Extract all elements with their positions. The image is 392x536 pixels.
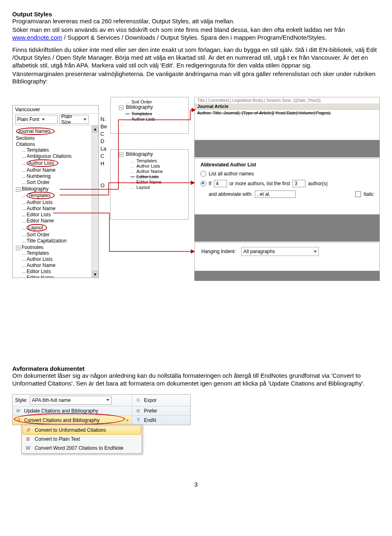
- style-label: Style:: [15, 397, 27, 403]
- menu-item-word2007[interactable]: W Convert Word 2007 Citations to EndNote: [22, 444, 141, 453]
- export-icon: ⎘: [135, 397, 141, 404]
- radio-if-more[interactable]: [200, 181, 206, 186]
- paragraph: Om dokumentet låser sig av någon anledni…: [12, 372, 380, 388]
- tree-group-footnotes[interactable]: –Footnotes Templates Author Lists Author…: [16, 244, 98, 278]
- page-number: 3: [12, 481, 380, 488]
- abbreviated-author-panel: Abbreviated Author List List all author …: [194, 158, 380, 215]
- tree-item[interactable]: Sort Order: [22, 179, 98, 186]
- style-tree-panel: Vancouver Plain Font Plain Size ▴ ▾ Jour…: [12, 105, 99, 278]
- tree-item[interactable]: Editor Lists: [22, 212, 98, 218]
- convert-icon: ↺: [15, 417, 22, 424]
- text: / Support & Services / Downloads / Outpu…: [62, 34, 327, 41]
- tree-item[interactable]: Author Name: [22, 206, 98, 212]
- checkbox-label: Italic: [363, 191, 374, 197]
- paragraph: Söker man en stil som används av en viss…: [12, 26, 380, 42]
- convert-icon: ↺: [25, 427, 31, 433]
- text: Söker man en stil som används av en viss…: [12, 26, 345, 33]
- hanging-indent-combo[interactable]: All paragraphs: [241, 247, 319, 256]
- tree-item[interactable]: Author Lists: [113, 116, 186, 121]
- ribbon: Style: APA 6th-full name ⎘ Expor ⟳ Updat…: [12, 394, 191, 425]
- menu-item-plain-text[interactable]: 🗎 Convert to Plain Text: [22, 435, 141, 444]
- font-combo[interactable]: Plain Font: [15, 115, 58, 124]
- collapse-icon[interactable]: –: [16, 246, 20, 250]
- hanging-indent-panel: Hanging Indent: All paragraphs: [194, 242, 380, 271]
- template-text[interactable]: Author.·Title.·Journal|.·[Type·of·Articl…: [195, 110, 379, 116]
- text: Programvaran levereras med ca 260 refere…: [12, 18, 234, 25]
- tree-item[interactable]: Sort Order: [22, 232, 98, 238]
- style-combo[interactable]: APA 6th-full name: [30, 396, 111, 405]
- radio-list-all[interactable]: [200, 171, 206, 177]
- tree-item[interactable]: Editor Name: [113, 179, 186, 184]
- tree-item[interactable]: Author Lists: [22, 256, 98, 262]
- author-threshold-input[interactable]: 4: [214, 180, 227, 187]
- tree-item[interactable]: Layout: [113, 184, 186, 190]
- heading-avformatera: Avformatera dokumentet: [12, 365, 380, 372]
- tree-item[interactable]: Author Lists: [113, 163, 186, 168]
- font-combo-value: Plain Font: [17, 117, 39, 122]
- tree-item[interactable]: Templates: [113, 158, 186, 163]
- tree-item[interactable]: Sections: [16, 135, 98, 141]
- size-combo-value: Plain Size: [61, 114, 81, 125]
- document-icon: 🗎: [25, 436, 31, 442]
- tree-item[interactable]: Numbering: [22, 173, 98, 179]
- export-button[interactable]: Expor: [144, 397, 156, 403]
- tree-item[interactable]: Editor Lists: [22, 269, 98, 275]
- tree-item[interactable]: Soit Order: [113, 99, 186, 104]
- tree-group-citations[interactable]: Citations Templates Ambiguous Citations …: [16, 141, 98, 186]
- word-icon: W: [25, 445, 31, 451]
- endnote-style-editor-screenshot: Vancouver Plain Font Plain Size ▴ ▾ Jour…: [12, 97, 380, 281]
- endnote-word-ribbon-screenshot: Style: APA 6th-full name ⎘ Expor ⟳ Updat…: [12, 394, 380, 464]
- style-name-label: Vancouver: [13, 105, 98, 114]
- svg-marker-2: [191, 250, 194, 253]
- template-section-header: Journal Article: [195, 103, 379, 110]
- update-icon: ⟳: [15, 408, 22, 414]
- template-panel: Title.| Committee|,| Legislative Body|,|…: [194, 97, 380, 140]
- help-icon: ?: [135, 417, 141, 424]
- tree-item[interactable]: Editor Name: [22, 275, 98, 278]
- style-combo-value: APA 6th-full name: [32, 397, 71, 403]
- endnote-link[interactable]: www.endnote.com: [12, 34, 62, 41]
- text: or more authors, list the first: [229, 181, 290, 186]
- italic-checkbox[interactable]: [355, 191, 361, 197]
- tree-item[interactable]: Author Name: [22, 167, 98, 173]
- paragraph: Programvaran levereras med ca 260 refere…: [12, 18, 380, 25]
- convert-button[interactable]: Convert Citations and Bibliography: [24, 417, 100, 423]
- tree-item[interactable]: Templates: [22, 192, 98, 200]
- tree-group[interactable]: – Bibliography: [113, 151, 186, 158]
- truncated-column: N. Be C D La C H O: [100, 116, 108, 189]
- tree-item[interactable]: Title Capitalization: [22, 238, 98, 244]
- size-combo[interactable]: Plain Size: [59, 115, 89, 124]
- mid-panel-top: Soit Order – Bibliography Templates Auth…: [110, 97, 189, 134]
- chevron-down-icon[interactable]: ▾: [126, 417, 129, 423]
- mid-panel-bottom: – Bibliography Templates Author Lists Au…: [110, 149, 189, 220]
- abbreviate-input[interactable]: , et al.: [255, 191, 296, 198]
- author-list-first-input[interactable]: 3: [292, 180, 305, 187]
- preferences-button[interactable]: Prefer: [144, 408, 157, 414]
- paragraph: Vänstermarginalen presenterar valmöjligh…: [12, 70, 380, 86]
- collapse-icon[interactable]: –: [16, 187, 20, 192]
- tree-item[interactable]: Layout: [22, 224, 98, 232]
- tree-item[interactable]: Author Name: [22, 262, 98, 269]
- tree-item[interactable]: Author Lists: [22, 200, 98, 206]
- tree-group-bibliography[interactable]: –Bibliography Templates Author Lists Aut…: [16, 186, 98, 244]
- tree-item[interactable]: Author Lists: [22, 159, 98, 167]
- chevron-down-icon: [83, 119, 87, 121]
- panel-title: Abbreviated Author List: [200, 162, 374, 168]
- tree-item[interactable]: Templates: [22, 250, 98, 256]
- menu-item-unformatted[interactable]: ↺ Convert to Unformatted Citations: [22, 426, 141, 435]
- tree-item[interactable]: Editor Name: [22, 218, 98, 224]
- tree-item[interactable]: Templates: [113, 111, 186, 116]
- chevron-down-icon: [42, 119, 45, 121]
- update-button[interactable]: Update Citations and Bibliography: [24, 408, 98, 414]
- tree-item[interactable]: Author Name: [113, 168, 186, 174]
- chevron-down-icon: [314, 251, 317, 253]
- tree-item[interactable]: Ambiguous Citations: [22, 153, 98, 159]
- tree-group[interactable]: – Bibliography: [113, 104, 186, 111]
- tree-item[interactable]: Journal Names: [16, 127, 98, 135]
- tree-item[interactable]: Editor Lists: [113, 174, 186, 179]
- style-tree[interactable]: ▴ ▾ Journal Names Sections Citations Tem…: [13, 126, 98, 278]
- gear-icon: ⚙: [135, 408, 141, 414]
- endnote-help-button[interactable]: EndN: [144, 417, 156, 423]
- paragraph: Finns tidskriftstilen du söker inte med …: [12, 46, 380, 69]
- tree-item[interactable]: Templates: [22, 147, 98, 153]
